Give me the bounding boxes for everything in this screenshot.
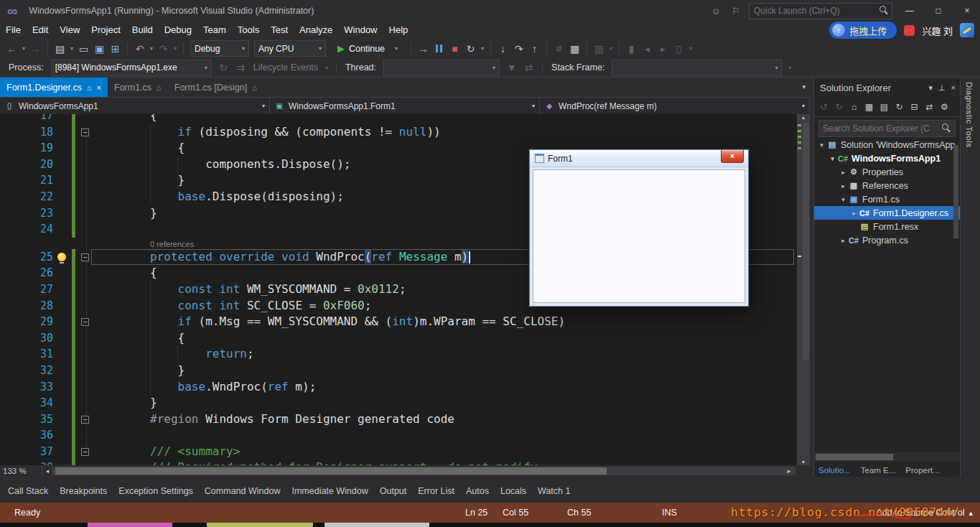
- flag-threads-icon[interactable]: ⇄: [521, 58, 536, 77]
- tab-output[interactable]: Output: [375, 484, 412, 498]
- scrollbar-thumb[interactable]: [803, 123, 809, 360]
- sync-with-active-document-icon[interactable]: ⇄: [923, 102, 936, 112]
- fold-margin[interactable]: −: [75, 411, 95, 428]
- expand-chevron-icon[interactable]: ▸: [839, 237, 848, 244]
- restart-icon[interactable]: ↻: [463, 39, 478, 58]
- process-refresh-icon[interactable]: ↻: [216, 58, 231, 77]
- taskbar-item[interactable]: [88, 523, 172, 527]
- solution-configurations-combo[interactable]: Debug▾: [190, 40, 249, 57]
- fold-margin[interactable]: [75, 346, 95, 363]
- continue-button[interactable]: ▶Continue▾: [332, 40, 403, 57]
- form1-node[interactable]: ▾▣Form1.cs: [814, 192, 961, 206]
- step-over-icon[interactable]: ↷: [511, 39, 526, 58]
- code-text[interactable]: base.WndProc(ref m);: [95, 379, 797, 396]
- debug-target-dropdown[interactable]: ▾: [479, 45, 486, 52]
- references-node[interactable]: ▸▦References: [814, 179, 961, 192]
- navigate-forward-icon[interactable]: →: [28, 39, 43, 58]
- document-list-dropdown[interactable]: ▾: [802, 83, 806, 90]
- refresh-icon[interactable]: ↻: [892, 102, 906, 112]
- member-dropdown[interactable]: ◆WndProc(ref Message m)▾: [540, 98, 810, 114]
- tab-form1-designer-cs[interactable]: Form1.Designer.cs⌂×: [0, 78, 108, 97]
- tab-exception-settings[interactable]: Exception Settings: [113, 484, 198, 498]
- codelens-references[interactable]: 0 references: [150, 240, 194, 249]
- fold-margin[interactable]: [75, 395, 95, 411]
- menu-team[interactable]: Team: [197, 22, 232, 39]
- fold-margin[interactable]: [75, 189, 95, 205]
- attach-process-icon[interactable]: ⇉: [233, 58, 248, 77]
- form1-close-button[interactable]: ×: [721, 150, 744, 163]
- menu-window[interactable]: Window: [338, 22, 383, 39]
- pin-icon[interactable]: ⊥: [938, 83, 946, 93]
- solution-platforms-combo[interactable]: Any CPU▾: [254, 40, 326, 57]
- user-avatar-icon[interactable]: [904, 25, 915, 36]
- tab-call-stack[interactable]: Call Stack: [3, 484, 53, 498]
- quick-launch-input[interactable]: [750, 4, 877, 19]
- collapse-box[interactable]: −: [81, 448, 89, 456]
- menu-help[interactable]: Help: [383, 22, 414, 39]
- tab-team-explorer[interactable]: Team E...: [861, 466, 896, 475]
- tab-solution-explorer[interactable]: Solutio...: [818, 466, 851, 475]
- scroll-up-icon[interactable]: ▴: [797, 114, 810, 121]
- tab-watch-1[interactable]: Watch 1: [533, 484, 575, 498]
- fold-margin[interactable]: [75, 114, 95, 124]
- redo-dropdown[interactable]: ▾: [172, 45, 179, 52]
- tab-pin-icon[interactable]: ⌂: [87, 83, 92, 92]
- stop-debugging-icon[interactable]: ■: [447, 39, 462, 58]
- fold-margin[interactable]: −: [75, 124, 95, 141]
- tree-vertical-scrollbar[interactable]: [953, 139, 959, 355]
- collapse-box[interactable]: −: [81, 416, 89, 424]
- project-node[interactable]: ▾C#WindowsFormsApp1: [814, 151, 961, 165]
- close-panel-icon[interactable]: ×: [951, 83, 956, 93]
- code-text[interactable]: }: [95, 363, 797, 379]
- scrollbar-track[interactable]: [52, 467, 795, 475]
- editor-horizontal-scrollbar[interactable]: 133 % ◂ ▸: [0, 465, 810, 477]
- scroll-down-icon[interactable]: ▾: [797, 459, 810, 465]
- restore-button[interactable]: □: [927, 0, 950, 22]
- tab-pin-icon[interactable]: ⌂: [157, 83, 162, 92]
- code-text[interactable]: #region Windows Form Designer generated …: [95, 411, 797, 428]
- open-file-icon[interactable]: ▭: [76, 39, 91, 58]
- lifecycle-events-dropdown[interactable]: ▾: [323, 65, 330, 71]
- expand-chevron-icon[interactable]: ▾: [817, 141, 826, 149]
- solution-node[interactable]: ▾▤Solution 'WindowsFormsApp: [814, 138, 961, 151]
- solution-search-box[interactable]: [818, 120, 956, 137]
- show-next-statement-icon[interactable]: →: [416, 39, 431, 58]
- switch-views-icon[interactable]: ▦: [862, 102, 876, 112]
- undo-dropdown[interactable]: ▾: [148, 45, 155, 52]
- fold-margin[interactable]: [75, 221, 95, 238]
- code-text[interactable]: /// Required method for Designer support…: [95, 460, 797, 465]
- editor-vertical-scrollbar[interactable]: ▴ ▾: [797, 114, 810, 465]
- tab-autos[interactable]: Autos: [461, 484, 494, 498]
- step-into-icon[interactable]: ↓: [495, 39, 510, 58]
- fold-margin[interactable]: [75, 265, 95, 281]
- code-text[interactable]: [95, 427, 797, 444]
- tab-command-window[interactable]: Command Window: [200, 484, 286, 498]
- scrollbar-thumb[interactable]: [816, 454, 893, 460]
- expand-chevron-icon[interactable]: ▾: [839, 196, 848, 203]
- fold-margin[interactable]: [75, 205, 95, 222]
- fold-margin[interactable]: [75, 157, 95, 173]
- previous-bookmark-icon[interactable]: ◂: [640, 39, 655, 58]
- process-combo[interactable]: [8984] WindowsFormsApp1.exe▾: [51, 60, 212, 76]
- code-text[interactable]: if (disposing && (components != null)): [95, 124, 797, 141]
- scrollbar-thumb[interactable]: [55, 467, 607, 475]
- menu-analyze[interactable]: Analyze: [294, 22, 338, 39]
- code-text[interactable]: {: [95, 114, 797, 124]
- project-dropdown[interactable]: {}WindowsFormsApp1▾: [0, 98, 270, 114]
- menu-tools[interactable]: Tools: [232, 22, 265, 39]
- stack-frame-combo[interactable]: ▾: [612, 60, 782, 76]
- code-text[interactable]: {: [95, 330, 797, 347]
- upload-button[interactable]: ↑ 拖拽上传: [829, 22, 897, 39]
- save-icon[interactable]: ▣: [92, 39, 107, 58]
- break-all-button[interactable]: [431, 39, 447, 58]
- solution-explorer-header[interactable]: Solution Explorer ▾ ⊥ ×: [814, 78, 960, 98]
- form1-client-area[interactable]: [533, 169, 745, 303]
- notifications-flag-icon[interactable]: ⚐: [729, 6, 743, 17]
- expand-chevron-icon[interactable]: ▸: [839, 182, 848, 190]
- tab-diagnostic-tools[interactable]: Diagnostic Tools: [965, 82, 974, 148]
- form1-window[interactable]: Form1 ×: [529, 149, 749, 307]
- window-position-icon[interactable]: ▾: [928, 83, 933, 93]
- tab-pin-icon[interactable]: ⌂: [252, 83, 257, 92]
- navigate-back-dropdown[interactable]: ▾: [20, 45, 27, 52]
- tab-error-list[interactable]: Error List: [413, 484, 459, 498]
